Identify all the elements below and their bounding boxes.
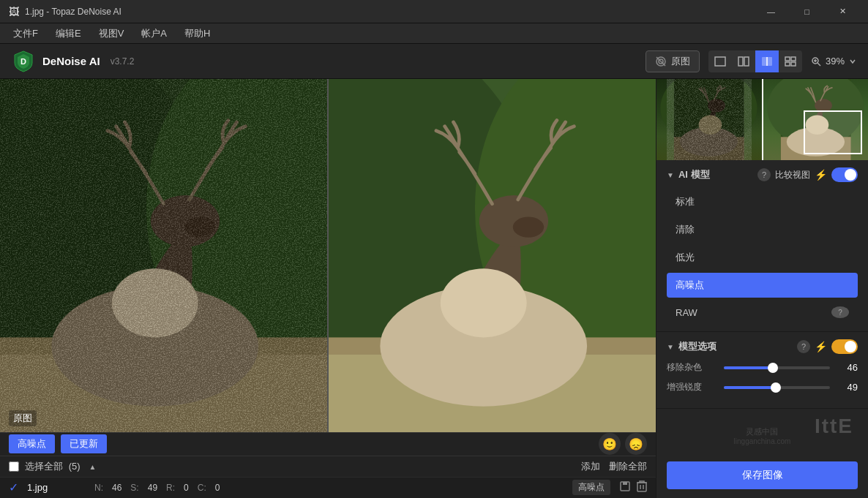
main-layout: 原图 <box>0 79 868 498</box>
header-controls: 原图 39% <box>646 50 856 72</box>
view-quad-button[interactable] <box>779 50 802 72</box>
ai-model-help-icon[interactable]: ? <box>757 168 771 181</box>
eye-icon <box>655 56 667 67</box>
view-single-right-button[interactable] <box>732 50 755 72</box>
ai-model-title: AI 模型 <box>678 168 753 181</box>
menu-bar: 文件F 编辑E 视图V 帐户A 帮助H <box>0 23 868 44</box>
compare-toggle[interactable] <box>831 167 858 182</box>
title-bar-title: 1.jpg - Topaz DeNoise AI <box>25 7 121 17</box>
select-all-area: 选择全部 (5) <box>9 460 81 473</box>
thumbs-down-button[interactable]: 😞 <box>625 433 647 455</box>
file-model-tag: 高噪点 <box>572 480 610 495</box>
updated-badge: 已更新 <box>61 434 107 453</box>
ai-model-header: AI 模型 ? 比较视图 ⚡ <box>667 167 858 182</box>
watermark: 灵感中国 lingganchina.com <box>734 426 791 445</box>
svg-line-14 <box>818 63 820 66</box>
thumbs-up-button[interactable]: 🙂 <box>599 433 621 455</box>
logo-area: D DeNoise AI v3.7.2 <box>12 50 646 73</box>
model-list: 标准 清除 低光 高噪点 RAW ? <box>667 189 858 324</box>
s-value: 49 <box>148 483 157 493</box>
model-low-light[interactable]: 低光 <box>667 245 858 270</box>
zoom-area: 39% <box>811 56 856 67</box>
menu-file[interactable]: 文件F <box>6 24 45 43</box>
thumbnail-preview <box>656 79 868 160</box>
model-options-header: 模型选项 ? ⚡ <box>667 339 858 354</box>
view-split-vertical-button[interactable] <box>755 50 779 72</box>
delete-all-button[interactable]: 删除全部 <box>609 460 647 473</box>
original-label: 原图 <box>9 410 37 426</box>
file-checkbox-icon[interactable]: ✓ <box>9 480 18 494</box>
menu-help[interactable]: 帮助H <box>177 24 217 43</box>
raw-help-icon[interactable]: ? <box>831 306 849 318</box>
model-high-noise[interactable]: 高噪点 <box>667 273 858 298</box>
close-button[interactable]: ✕ <box>826 0 859 23</box>
view-single-left-button[interactable] <box>708 50 732 72</box>
s-label: S: <box>130 483 138 493</box>
app-header: D DeNoise AI v3.7.2 原图 <box>0 44 868 79</box>
thumb-left-noisy <box>656 79 762 160</box>
svg-point-38 <box>441 268 527 337</box>
emoji-buttons: 🙂 😞 <box>599 433 647 455</box>
enhance-sharpness-track <box>724 386 830 389</box>
menu-edit[interactable]: 编辑E <box>48 24 89 43</box>
file-action-buttons <box>619 480 647 494</box>
select-all-checkbox[interactable] <box>9 461 19 472</box>
itte-text: IttE <box>815 415 853 438</box>
thumb-left-image <box>656 79 762 160</box>
svg-rect-4 <box>715 57 725 66</box>
model-clear[interactable]: 清除 <box>667 217 858 242</box>
left-elk-image <box>0 79 327 432</box>
svg-rect-6 <box>744 57 749 66</box>
file-save-icon-button[interactable] <box>619 480 631 494</box>
model-options-help-icon[interactable]: ? <box>797 340 810 353</box>
split-canvas: 原图 <box>0 79 656 432</box>
files-bar: 选择全部 (5) 添加 删除全部 <box>0 456 656 477</box>
save-image-button[interactable]: 保存图像 <box>667 461 858 489</box>
remove-noise-label: 移除杂色 <box>667 361 718 374</box>
minimize-button[interactable]: — <box>755 0 787 23</box>
add-file-button[interactable]: 添加 <box>581 460 600 473</box>
model-options-section: 模型选项 ? ⚡ 移除杂色 46 增强锐度 <box>656 332 868 409</box>
model-options-collapse-icon[interactable] <box>667 343 674 351</box>
right-panel-denoised <box>329 79 656 432</box>
svg-rect-5 <box>738 57 743 66</box>
ai-model-collapse-icon[interactable] <box>667 171 674 179</box>
app-name: DeNoise AI <box>42 55 100 67</box>
zoom-icon <box>811 56 821 67</box>
title-bar-controls: — □ ✕ <box>755 0 859 23</box>
enhance-sharpness-thumb[interactable] <box>771 382 781 393</box>
model-badge: 高噪点 <box>9 434 55 453</box>
logo-shield-icon: D <box>12 50 35 73</box>
svg-rect-12 <box>791 62 796 66</box>
file-list-controls: 添加 删除全部 <box>581 460 647 473</box>
right-elk-image <box>329 79 656 432</box>
r-label: R: <box>166 483 175 493</box>
r-value: 0 <box>184 483 189 493</box>
file-delete-button[interactable] <box>637 480 647 494</box>
menu-view[interactable]: 视图V <box>91 24 132 43</box>
model-standard[interactable]: 标准 <box>667 189 858 214</box>
model-options-toggle[interactable] <box>831 339 858 354</box>
sidebar-footer: IttE 灵感中国 lingganchina.com <box>656 409 868 453</box>
remove-noise-thumb[interactable] <box>768 363 778 373</box>
svg-text:D: D <box>20 57 26 66</box>
app-icon: 🖼 <box>9 6 19 18</box>
title-bar-left: 🖼 1.jpg - Topaz DeNoise AI <box>9 6 121 18</box>
menu-account[interactable]: 帐户A <box>134 24 174 43</box>
svg-rect-52 <box>674 79 744 160</box>
zoom-level: 39% <box>826 56 845 67</box>
model-raw[interactable]: RAW ? <box>667 301 858 324</box>
n-value: 46 <box>112 483 121 493</box>
lightning-icon: ⚡ <box>815 169 827 181</box>
ai-model-section: AI 模型 ? 比较视图 ⚡ 标准 清除 低光 高噪点 <box>656 160 868 332</box>
zoom-dropdown-icon[interactable] <box>849 58 856 65</box>
svg-rect-11 <box>785 62 790 66</box>
chevron-up-icon[interactable] <box>89 461 97 472</box>
original-view-button[interactable]: 原图 <box>646 50 700 72</box>
compare-view-button[interactable]: 比较视图 <box>775 169 810 181</box>
remove-noise-fill <box>724 366 773 369</box>
left-panel-original: 原图 <box>0 79 329 432</box>
enhance-sharpness-label: 增强锐度 <box>667 381 718 393</box>
file-row: ✓ 1.jpg N: 46 S: 49 R: 0 C: 0 高噪点 <box>0 477 656 498</box>
maximize-button[interactable]: □ <box>790 0 823 23</box>
